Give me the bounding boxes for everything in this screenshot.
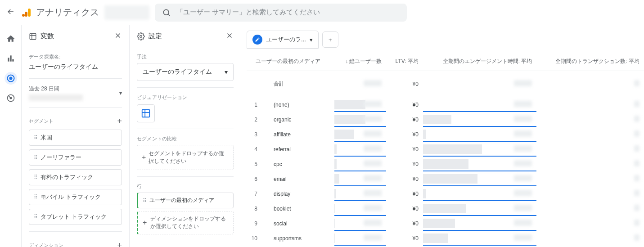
row-ltv-value: ¥0: [386, 216, 423, 231]
svg-point-2: [22, 14, 25, 17]
row-users-value: [364, 130, 382, 137]
row-users-value: [364, 101, 382, 107]
row-engagement-value: [514, 205, 532, 211]
table-row[interactable]: 6email¥0: [247, 171, 644, 186]
search-placeholder: 「ユーザー サマリー」と検索してみてください: [176, 8, 320, 17]
row-transactions-value: [634, 175, 639, 181]
row-ltv-value: ¥0: [386, 171, 423, 186]
gear-icon: [137, 32, 145, 40]
row-transactions-value: [634, 220, 639, 226]
table-row[interactable]: 9social¥0: [247, 216, 644, 231]
technique-value: ユーザーのライフタイム: [143, 68, 212, 76]
add-segment-button[interactable]: +: [117, 117, 122, 126]
table-row[interactable]: 3affiliate¥0: [247, 127, 644, 142]
dimension-drop-zone[interactable]: + ディメンションをドロップするか選択してください: [137, 211, 234, 234]
visualization-table-button[interactable]: [137, 104, 155, 122]
close-settings-button[interactable]: [225, 31, 234, 41]
segment-chip[interactable]: ⠿モバイル トラフィック: [29, 189, 122, 205]
date-range-value: [29, 94, 83, 101]
exploration-name-input[interactable]: ユーザーのライフタイム: [29, 63, 122, 72]
exploration-name-label: データ探索名:: [29, 54, 122, 60]
row-ltv-value: ¥0: [386, 157, 423, 171]
search-icon: [162, 8, 171, 17]
row-transactions-value: [634, 190, 639, 196]
row-ltv-value: ¥0: [386, 127, 423, 142]
nav-explore[interactable]: [5, 72, 17, 85]
svg-point-10: [10, 97, 11, 99]
date-range-selector[interactable]: 過去 28 日間 ▾: [29, 85, 122, 101]
table-row[interactable]: 2organic¥0: [247, 112, 644, 127]
active-tab[interactable]: ユーザーのラ... ▾: [247, 31, 319, 49]
grip-icon: ⠿: [34, 135, 37, 141]
table-icon: [141, 108, 151, 118]
row-transactions-value: [634, 160, 639, 166]
row-transactions-value: [634, 116, 639, 122]
table-row[interactable]: 1(none)¥0: [247, 97, 644, 112]
col-header-transactions[interactable]: 全期間のトランザクション数: 平均: [536, 52, 644, 71]
add-dimension-button[interactable]: +: [117, 241, 122, 247]
chevron-down-icon: ▾: [310, 36, 313, 43]
row-index: 5: [247, 157, 265, 171]
table-row[interactable]: 7display¥0: [247, 186, 644, 201]
table-row[interactable]: 8booklet¥0: [247, 201, 644, 216]
logo: アナリティクス: [22, 6, 99, 18]
nav-reports[interactable]: [5, 52, 17, 65]
row-name: referral: [265, 142, 334, 157]
svg-rect-6: [12, 59, 14, 62]
segment-label: モバイル トラフィック: [41, 193, 101, 201]
col-header-users[interactable]: ↓総ユーザー数: [334, 52, 386, 71]
col-header-dimension[interactable]: ユーザーの最初のメディア: [247, 52, 334, 71]
row-index: 8: [247, 201, 265, 216]
close-variables-button[interactable]: [114, 31, 122, 41]
row-name: supportsms: [265, 231, 334, 246]
svg-rect-0: [28, 9, 31, 17]
svg-point-8: [9, 77, 12, 80]
add-tab-button[interactable]: +: [322, 31, 338, 48]
row-transactions-value: [634, 205, 639, 211]
segments-label: セグメント: [29, 118, 54, 125]
table-row[interactable]: 5cpc¥0: [247, 157, 644, 171]
col-header-engagement[interactable]: 全期間のエンゲージメント時間: 平均: [423, 52, 536, 71]
search-bar[interactable]: 「ユーザー サマリー」と検索してみてください: [155, 4, 407, 22]
svg-point-3: [163, 9, 169, 15]
back-button[interactable]: [5, 7, 16, 18]
svg-rect-5: [10, 55, 11, 61]
segment-label: タブレット トラフィック: [41, 213, 107, 221]
segment-chip[interactable]: ⠿タブレット トラフィック: [29, 209, 122, 225]
row-transactions-value: [634, 234, 639, 241]
row-index: 3: [247, 127, 265, 142]
row-index: 10: [247, 231, 265, 246]
row-users-value: [364, 190, 382, 196]
technique-select[interactable]: ユーザーのライフタイム ▾: [137, 63, 234, 81]
total-transactions-value: [634, 80, 639, 86]
segment-chip[interactable]: ⠿米国: [29, 130, 122, 146]
segment-label: 米国: [41, 134, 52, 142]
row-ltv-value: ¥0: [386, 201, 423, 216]
row-engagement-value: [514, 234, 532, 241]
segment-compare-label: セグメントの比較: [137, 135, 234, 142]
row-index: 7: [247, 186, 265, 201]
total-engagement-value: [514, 80, 532, 86]
table-row[interactable]: 10supportsms¥0: [247, 231, 644, 246]
row-name: cpc: [265, 157, 334, 171]
svg-rect-11: [30, 33, 36, 40]
table-row[interactable]: 4referral¥0: [247, 142, 644, 157]
row-dimension-chip[interactable]: ⠿ ユーザーの最初のメディア: [137, 193, 234, 208]
svg-rect-1: [25, 12, 27, 17]
grip-icon: ⠿: [34, 214, 37, 220]
account-selector[interactable]: [104, 5, 149, 20]
nav-home[interactable]: [5, 32, 17, 45]
app-title: アナリティクス: [36, 6, 99, 18]
segment-chip[interactable]: ⠿ノーリファラー: [29, 149, 122, 166]
row-name: (none): [265, 97, 334, 112]
col-header-ltv[interactable]: LTV: 平均: [386, 52, 423, 71]
total-row: 合計 ¥0: [247, 71, 644, 97]
segment-drop-zone[interactable]: + セグメントをドロップするか選択してください: [137, 145, 234, 170]
topbar: アナリティクス 「ユーザー サマリー」と検索してみてください: [0, 0, 644, 25]
segment-chip[interactable]: ⠿有料のトラフィック: [29, 169, 122, 185]
nav-advertising[interactable]: [5, 92, 17, 104]
dropdown-icon: ▾: [225, 68, 228, 76]
row-transactions-value: [634, 145, 639, 152]
grip-icon: ⠿: [34, 174, 37, 180]
grip-icon: ⠿: [34, 154, 37, 161]
